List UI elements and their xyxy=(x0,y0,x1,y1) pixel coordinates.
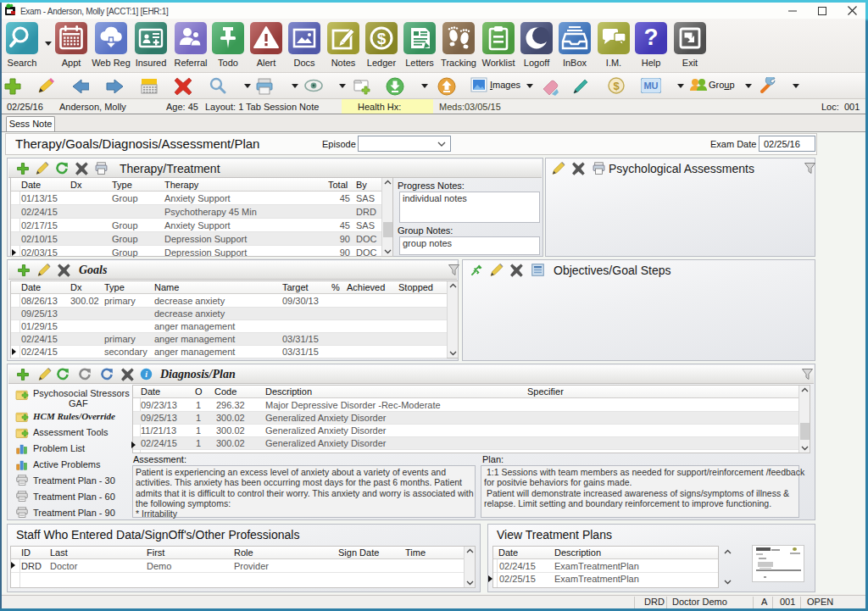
svg-text:i: i xyxy=(145,369,147,379)
svg-text:?: ? xyxy=(643,24,658,50)
svg-text:$: $ xyxy=(377,30,387,47)
svg-text:$: $ xyxy=(613,80,620,92)
svg-text:MU: MU xyxy=(643,81,658,91)
